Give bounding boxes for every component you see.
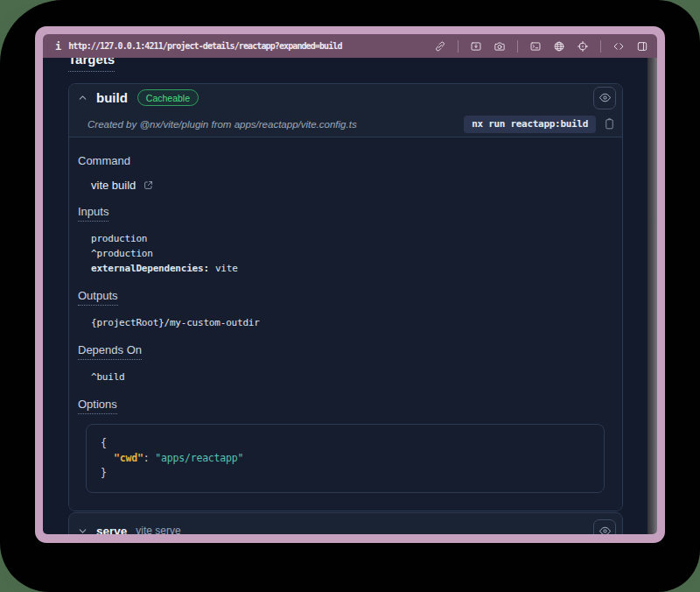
outputs-label: Outputs xyxy=(78,289,118,306)
output-item: {projectRoot}/my-custom-outdir xyxy=(91,315,613,330)
json-key: "cwd" xyxy=(114,452,144,464)
build-header-row[interactable]: build Cacheable xyxy=(69,84,622,111)
input-item: production xyxy=(91,231,613,246)
external-link-icon[interactable] xyxy=(143,180,154,191)
target-name: serve xyxy=(96,525,127,535)
depends-on-item: ^build xyxy=(91,370,613,384)
toolbar-divider xyxy=(517,40,518,53)
link-icon[interactable] xyxy=(434,40,446,53)
serve-subtitle: vite serve xyxy=(136,525,180,534)
external-deps-value: vite xyxy=(215,263,238,274)
run-command-chip[interactable]: nx run reactapp:build xyxy=(464,116,596,133)
page-viewport: Targets build Cacheable Created by @nx/v xyxy=(43,58,657,534)
eye-icon xyxy=(598,91,612,104)
globe-icon[interactable] xyxy=(553,40,565,53)
options-json-box: { "cwd":"apps/reactapp" } xyxy=(86,424,605,493)
target-icon[interactable] xyxy=(577,40,589,53)
download-icon[interactable] xyxy=(470,40,482,53)
scrollbar[interactable] xyxy=(648,58,657,534)
serve-header-row[interactable]: serve vite serve xyxy=(69,513,622,534)
cacheable-badge: Cacheable xyxy=(137,89,199,106)
command-value-row: vite build xyxy=(91,179,613,192)
toolbar-divider xyxy=(458,40,458,53)
chevron-down-icon[interactable] xyxy=(77,525,88,535)
build-card-body: Command vite build Inputs production ^pr… xyxy=(69,137,622,511)
json-value: "apps/reactapp" xyxy=(155,452,243,464)
build-subheader-row: Created by @nx/vite/plugin from apps/rea… xyxy=(69,111,622,137)
input-item: ^production xyxy=(91,246,613,261)
options-label: Options xyxy=(78,398,117,414)
toolbar-actions xyxy=(434,40,648,53)
created-by-text: Created by @nx/vite/plugin from apps/rea… xyxy=(88,119,357,130)
terminal-icon[interactable] xyxy=(529,40,542,53)
toolbar-divider xyxy=(600,40,601,53)
target-name: build xyxy=(96,90,128,105)
json-close-brace: } xyxy=(101,466,590,481)
camera-icon[interactable] xyxy=(494,40,506,53)
targets-heading: Targets xyxy=(68,58,115,72)
eye-icon xyxy=(598,525,612,535)
chevron-up-icon[interactable] xyxy=(77,92,88,103)
info-icon: i xyxy=(55,40,61,53)
json-open-brace: { xyxy=(101,436,590,451)
target-card-build: build Cacheable Created by @nx/vite/plug… xyxy=(68,83,623,511)
build-card-header: build Cacheable Created by @nx/vite/plug… xyxy=(69,84,622,137)
browser-window: i http://127.0.0.1:4211/project-details/… xyxy=(35,26,665,543)
browser-toolbar: i http://127.0.0.1:4211/project-details/… xyxy=(43,34,657,58)
target-card-serve: serve vite serve xyxy=(68,512,623,534)
depends-on-label: Depends On xyxy=(78,343,142,360)
command-value: vite build xyxy=(91,179,136,192)
inputs-label: Inputs xyxy=(78,205,108,222)
url-bar[interactable]: http://127.0.0.1:4211/project-details/re… xyxy=(68,41,434,51)
json-separator: : xyxy=(144,452,150,464)
json-cwd-line: "cwd":"apps/reactapp" xyxy=(101,451,590,466)
input-item-external-deps: externalDependencies:vite xyxy=(91,261,613,276)
command-label: Command xyxy=(78,154,130,167)
view-graph-button[interactable] xyxy=(593,519,616,534)
project-details-page: Targets build Cacheable Created by @nx/v xyxy=(43,58,648,534)
code-icon[interactable] xyxy=(612,40,625,53)
copy-icon[interactable] xyxy=(604,117,615,130)
view-graph-button[interactable] xyxy=(593,87,616,109)
panel-icon[interactable] xyxy=(636,40,648,53)
external-deps-key: externalDependencies: xyxy=(91,263,209,274)
